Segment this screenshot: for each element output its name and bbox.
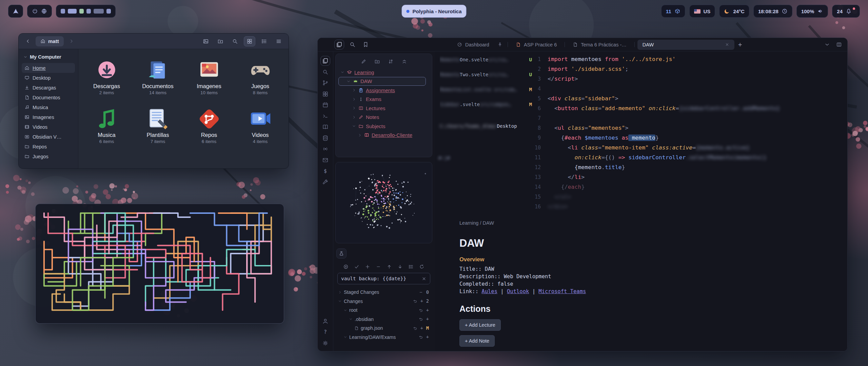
git-refresh-icon[interactable] <box>419 264 425 269</box>
media-player-pill[interactable]: Polyphia - Neurotica <box>401 5 466 18</box>
button--add-lecture[interactable]: + Add Lecture <box>459 319 501 331</box>
tree-item-exams[interactable]: Exams <box>338 95 429 104</box>
git-meta[interactable]: + <box>420 326 423 331</box>
tree-item-assignments[interactable]: Assignments <box>338 86 429 95</box>
git-row--obsidian[interactable]: .obsidian+ <box>335 315 432 324</box>
workspace-item[interactable] <box>79 9 84 14</box>
git-meta[interactable]: 2 <box>426 299 429 304</box>
workspace-item[interactable] <box>86 9 91 14</box>
sidebar-item-descargas[interactable]: Descargas <box>22 83 75 93</box>
git-row-graph-json[interactable]: graph.json+M <box>335 324 432 333</box>
fplus-button[interactable] <box>215 36 226 46</box>
ribbon-mail-icon[interactable] <box>322 157 329 163</box>
workspace-item[interactable] <box>61 9 65 14</box>
sidebar-tab-search-icon[interactable] <box>349 41 356 48</box>
tab-asp-practice-6[interactable]: ASP Practice 6 <box>511 40 562 50</box>
ribbon-help-icon[interactable]: ? <box>322 329 329 336</box>
account-icon[interactable] <box>322 318 329 324</box>
module-weather[interactable]: 24°C <box>719 5 749 18</box>
file-manager-titlebar[interactable]: matt <box>19 34 289 49</box>
tree-item-daw[interactable]: DAW <box>338 77 426 86</box>
workspace-item[interactable] <box>68 9 77 14</box>
split-editor-icon[interactable] <box>836 42 842 47</box>
ribbon-calendar-icon[interactable] <box>322 102 329 108</box>
git-check-icon[interactable] <box>354 264 359 269</box>
close-icon[interactable] <box>725 42 729 47</box>
workspace-item[interactable] <box>94 9 104 14</box>
link-aules[interactable]: Aules <box>481 288 497 294</box>
recent-file-item[interactable]: MementoTwo.svelte src/co…U <box>440 68 533 81</box>
link-microsoft-teams[interactable]: Microsoft Teams <box>538 288 586 294</box>
undo-icon[interactable] <box>413 299 417 303</box>
sidebar-item-imagenes[interactable]: Imagenes <box>22 112 75 122</box>
git-row-learning-daw-exams[interactable]: Learning/DAW/Exams+ <box>335 333 432 342</box>
image-button[interactable] <box>200 36 212 46</box>
ribbon-grid-icon[interactable] <box>322 91 329 97</box>
folder-plantillas[interactable]: Plantillas7 items <box>132 107 183 144</box>
sidebar-item-repos[interactable]: Repos <box>22 142 75 151</box>
sidebar-tab-bookmark-icon[interactable] <box>362 41 369 48</box>
listic-button[interactable] <box>258 36 270 46</box>
folder-videos[interactable]: Videos4 items <box>235 107 286 144</box>
toolbar-note-icon[interactable] <box>361 59 367 64</box>
workspace-item[interactable] <box>106 9 111 14</box>
sidebar-item-videos[interactable]: Videos <box>22 122 75 132</box>
module-keyboard-layout[interactable]: US <box>689 5 715 18</box>
sidebar-item-documentos[interactable]: Documentos <box>22 93 75 102</box>
git-uparrow-icon[interactable] <box>387 264 392 269</box>
module-volume[interactable]: 100% <box>796 5 828 18</box>
recent-file-item[interactable]: MementoOne.svelte src/co…U <box>440 54 533 66</box>
git-row-changes[interactable]: Changes+2 <box>335 297 432 306</box>
git-plus-icon[interactable] <box>365 264 370 269</box>
pipes-terminal-window[interactable] <box>35 204 284 324</box>
undo-icon[interactable] <box>413 326 417 330</box>
toolbar-collapse-icon[interactable] <box>401 59 407 64</box>
folder-documentos[interactable]: Documentos14 items <box>132 58 183 95</box>
ribbon-db-icon[interactable] <box>322 135 329 141</box>
undo-icon[interactable] <box>419 317 423 321</box>
git-downarrow-icon[interactable] <box>397 264 403 269</box>
graph-target-icon[interactable] <box>422 176 428 182</box>
local-graph-badge[interactable] <box>336 248 347 259</box>
git-circleplus-icon[interactable] <box>343 264 349 269</box>
sidebar-item-juegos[interactable]: Juegos <box>22 151 75 161</box>
sidebar-header[interactable]: My Computer <box>22 54 75 63</box>
git-row-staged-changes[interactable]: Staged Changes0 <box>335 288 432 297</box>
new-tab-button[interactable]: + <box>735 40 745 50</box>
undo-icon[interactable] <box>419 335 423 339</box>
power-icon[interactable] <box>32 8 38 14</box>
folder-musica[interactable]: Musica6 items <box>81 107 132 144</box>
sidebar-item-obsidian-v-[interactable]: Obsidian V… <box>22 132 75 142</box>
settings-icon[interactable] <box>322 340 329 346</box>
breadcrumb[interactable]: matt <box>36 36 64 46</box>
sidebar-item-home[interactable]: Home <box>22 63 75 73</box>
folder-descargas[interactable]: Descargas2 items <box>81 58 132 95</box>
folder-juegos[interactable]: Juegos8 items <box>235 58 286 95</box>
ribbon-files-icon[interactable] <box>322 58 329 64</box>
sidebar-item-musica[interactable]: Musica <box>22 102 75 112</box>
tab-dashboard[interactable]: Dashboard <box>452 40 494 50</box>
commit-message-input[interactable] <box>341 276 421 281</box>
toolbar-sort-icon[interactable] <box>388 59 394 64</box>
git-listic-icon[interactable] <box>408 264 414 269</box>
git-meta[interactable]: + <box>420 299 423 304</box>
globe-icon[interactable] <box>41 8 47 14</box>
module-updates[interactable]: 11 <box>661 5 685 18</box>
git-meta[interactable]: + <box>426 317 429 322</box>
ribbon-broadcast-icon[interactable] <box>322 146 329 152</box>
dash-icon[interactable] <box>419 290 423 294</box>
ribbon-git-icon[interactable] <box>322 80 329 86</box>
recent-file-item[interactable]: Sidebar.svelte src/compon…M <box>440 98 533 110</box>
tab-tema-6-pr-cticas-[interactable]: Tema 6 Prácticas -… <box>568 40 632 50</box>
module-notifications[interactable]: 24 <box>832 5 860 18</box>
undo-icon[interactable] <box>419 308 423 312</box>
ribbon-terminal-icon[interactable] <box>322 113 329 119</box>
link-outlook[interactable]: Outlook <box>507 288 529 294</box>
tree-item-learning[interactable]: Learning <box>338 68 429 77</box>
button--add-note[interactable]: + Add Note <box>459 335 495 347</box>
back-button[interactable] <box>23 36 33 46</box>
git-row-root[interactable]: root+ <box>335 306 432 315</box>
tab-daw[interactable]: DAW <box>637 40 734 50</box>
folder-imagenes[interactable]: Imagenes10 items <box>183 58 235 95</box>
tree-item-lectures[interactable]: Lectures <box>338 104 429 113</box>
